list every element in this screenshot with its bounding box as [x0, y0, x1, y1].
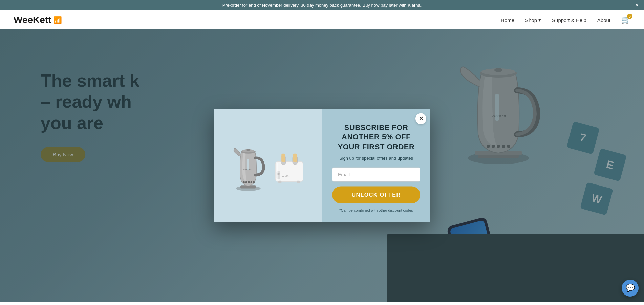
svg-point-17: [246, 149, 250, 151]
svg-point-23: [250, 181, 252, 183]
nav: Home Shop ▾ Support & Help About 🛒 0: [501, 16, 630, 24]
announcement-bar: Pre-order for end of November delivery. …: [0, 0, 644, 10]
chat-bubble-button[interactable]: 💬: [622, 280, 639, 297]
modal-products: WeeKett: [230, 139, 306, 193]
logo-text: WeeKett: [14, 15, 51, 25]
cart-badge: 0: [627, 14, 632, 19]
subscribe-modal: WeeKett: [214, 109, 430, 222]
svg-rect-35: [277, 163, 278, 180]
unlock-offer-button[interactable]: UNLOCK OFFER: [332, 187, 420, 203]
cart-button[interactable]: 🛒 0: [621, 16, 630, 24]
svg-rect-28: [281, 154, 285, 162]
nav-support[interactable]: Support & Help: [552, 17, 586, 23]
chat-icon: 💬: [626, 284, 635, 292]
announcement-text: Pre-order for end of November delivery. …: [222, 3, 422, 8]
svg-rect-19: [247, 159, 249, 170]
chevron-down-icon: ▾: [538, 17, 541, 23]
svg-text:WeeKett: WeeKett: [282, 175, 291, 177]
nav-about[interactable]: About: [597, 17, 610, 23]
modal-disclaimer: *Can be combined with other discount cod…: [339, 208, 413, 212]
modal-title: SUBSCRIBE FOR ANOTHER 5% OFF YOUR FIRST …: [332, 123, 420, 152]
nav-shop[interactable]: Shop ▾: [525, 17, 541, 23]
modal-close-button[interactable]: ✕: [415, 113, 426, 124]
svg-point-22: [248, 181, 250, 183]
email-input[interactable]: [332, 168, 420, 182]
modal-kettle-svg: WeeKett: [230, 139, 267, 193]
modal-right-panel: ✕ SUBSCRIBE FOR ANOTHER 5% OFF YOUR FIRS…: [322, 109, 430, 222]
modal-subtitle: Sign up for special offers and updates: [339, 156, 413, 161]
modal-left-panel: WeeKett: [214, 109, 322, 222]
svg-point-20: [243, 181, 245, 183]
svg-point-21: [245, 181, 248, 183]
svg-rect-32: [278, 181, 281, 183]
logo[interactable]: WeeKett 📶: [14, 15, 62, 25]
nav-home[interactable]: Home: [501, 17, 514, 23]
svg-point-24: [253, 181, 255, 183]
announcement-close-button[interactable]: ×: [636, 2, 639, 8]
header: WeeKett 📶 Home Shop ▾ Support & Help Abo…: [0, 10, 644, 29]
svg-rect-29: [293, 154, 297, 162]
svg-rect-33: [297, 181, 300, 183]
wifi-icon: 📶: [53, 16, 62, 24]
modal-toaster-svg: WeeKett: [272, 149, 306, 193]
hero-section: The smart k – ready wh you are Buy Now: [0, 29, 644, 302]
